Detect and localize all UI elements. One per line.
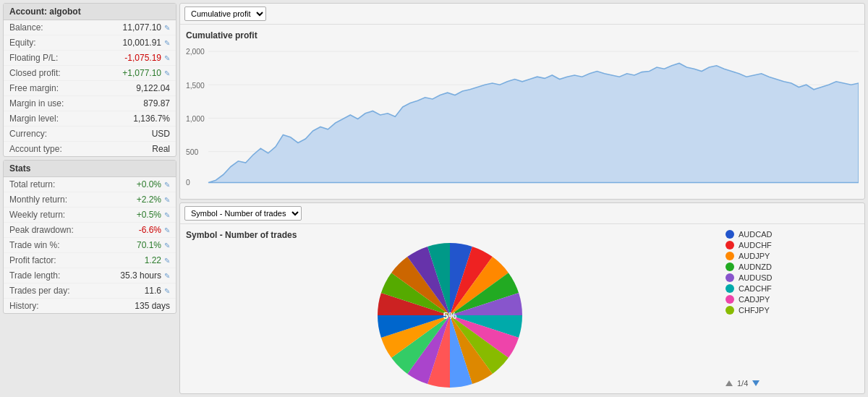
bottom-chart-dropdown[interactable]: Symbol - Number of tradesSymbol - Profit… bbox=[184, 206, 302, 221]
edit-icon[interactable]: ✎ bbox=[164, 211, 170, 219]
legend-item: CHFJPY bbox=[726, 306, 859, 315]
account-row: Currency:USD bbox=[4, 127, 176, 142]
row-value: +1,077.10✎ bbox=[122, 68, 170, 78]
row-label: Balance: bbox=[9, 22, 43, 33]
legend-label: AUDUSD bbox=[739, 273, 772, 282]
edit-icon[interactable]: ✎ bbox=[164, 272, 170, 280]
row-label: History: bbox=[9, 301, 39, 311]
row-label: Currency: bbox=[9, 129, 47, 139]
row-label: Peak drawdown: bbox=[9, 225, 74, 235]
row-label: Free margin: bbox=[9, 83, 59, 93]
row-label: Equity: bbox=[9, 38, 36, 48]
cumulative-chart: 2,000 1,500 1,000 500 0 bbox=[186, 43, 859, 195]
pie-area: Symbol - Number of trades bbox=[180, 224, 720, 393]
row-label: Closed profit: bbox=[9, 68, 61, 78]
edit-icon[interactable]: ✎ bbox=[164, 39, 170, 47]
stats-title: Stats bbox=[4, 161, 176, 177]
row-value: 35.3 hours✎ bbox=[120, 270, 170, 281]
row-value: -1,075.19✎ bbox=[124, 53, 170, 63]
account-row: Balance:11,077.10✎ bbox=[4, 20, 176, 35]
legend-label: CADCHF bbox=[739, 284, 772, 293]
legend-items: AUDCADAUDCHFAUDJPYAUDNZDAUDUSDCADCHFCADJ… bbox=[726, 230, 859, 315]
page-prev-arrow[interactable] bbox=[726, 380, 733, 386]
row-label: Total return: bbox=[9, 179, 55, 189]
edit-icon[interactable]: ✎ bbox=[164, 24, 170, 32]
page-next-arrow[interactable] bbox=[752, 380, 760, 386]
svg-text:1,500: 1,500 bbox=[186, 80, 205, 89]
row-value: 11,077.10✎ bbox=[123, 22, 170, 33]
svg-text:500: 500 bbox=[186, 148, 198, 156]
pie-wrapper: 5% bbox=[186, 243, 714, 388]
legend-item: CADCHF bbox=[726, 284, 859, 293]
svg-text:5%: 5% bbox=[443, 310, 457, 321]
row-value: +0.0%✎ bbox=[137, 179, 170, 189]
row-value: 135 days bbox=[135, 301, 170, 311]
stats-row: Peak drawdown:-6.6%✎ bbox=[4, 223, 176, 238]
edit-icon[interactable]: ✎ bbox=[164, 257, 170, 265]
row-label: Trades per day: bbox=[9, 286, 70, 296]
legend-item: AUDNZD bbox=[726, 262, 859, 271]
row-label: Weekly return: bbox=[9, 210, 65, 220]
row-value: 1.22✎ bbox=[145, 255, 170, 265]
legend-color bbox=[726, 241, 734, 249]
account-row: Margin level:1,136.7% bbox=[4, 111, 176, 127]
legend-label: CHFJPY bbox=[739, 306, 770, 315]
row-value: 9,122.04 bbox=[136, 83, 170, 93]
svg-text:1,000: 1,000 bbox=[186, 114, 205, 122]
svg-text:2,000: 2,000 bbox=[186, 47, 205, 56]
row-label: Trade win %: bbox=[9, 240, 60, 250]
pagination: 1/4 bbox=[726, 379, 859, 388]
legend-area: AUDCADAUDCHFAUDJPYAUDNZDAUDUSDCADCHFCADJ… bbox=[720, 224, 864, 393]
bottom-chart-section: Symbol - Number of tradesSymbol - Profit… bbox=[179, 202, 865, 394]
top-chart-title: Cumulative profit bbox=[186, 30, 859, 40]
row-label: Margin level: bbox=[9, 114, 59, 124]
legend-color bbox=[726, 295, 734, 304]
legend-item: CADJPY bbox=[726, 295, 859, 304]
row-label: Floating P/L: bbox=[9, 53, 58, 63]
legend-label: AUDCHF bbox=[739, 241, 772, 249]
account-row: Margin in use:879.87 bbox=[4, 96, 176, 111]
row-label: Margin in use: bbox=[9, 98, 64, 108]
legend-color bbox=[726, 252, 734, 260]
top-chart-header: Cumulative profitDaily profitMonthly pro… bbox=[180, 4, 864, 25]
stats-row: Weekly return:+0.5%✎ bbox=[4, 208, 176, 223]
edit-icon[interactable]: ✎ bbox=[164, 226, 170, 234]
legend-item: AUDCAD bbox=[726, 230, 859, 239]
legend-color bbox=[726, 230, 734, 239]
legend-color bbox=[726, 262, 734, 271]
legend-item: AUDCHF bbox=[726, 241, 859, 249]
stats-row: Trade length:35.3 hours✎ bbox=[4, 268, 176, 283]
row-value: +0.5%✎ bbox=[137, 210, 170, 220]
row-value: 70.1%✎ bbox=[137, 240, 170, 250]
bottom-chart-header: Symbol - Number of tradesSymbol - Profit… bbox=[180, 203, 864, 224]
account-row: Equity:10,001.91✎ bbox=[4, 35, 176, 51]
edit-icon[interactable]: ✎ bbox=[164, 69, 170, 77]
edit-icon[interactable]: ✎ bbox=[164, 54, 170, 62]
legend-item: AUDUSD bbox=[726, 273, 859, 282]
legend-label: CADJPY bbox=[739, 295, 770, 304]
row-value: -6.6%✎ bbox=[139, 225, 170, 235]
stats-panel: Stats Total return:+0.0%✎Monthly return:… bbox=[3, 160, 176, 314]
row-value: +2.2%✎ bbox=[137, 195, 170, 205]
pie-chart: 5% bbox=[378, 243, 522, 388]
row-value: 11.6✎ bbox=[145, 286, 170, 296]
stats-row: Monthly return:+2.2%✎ bbox=[4, 192, 176, 208]
edit-icon[interactable]: ✎ bbox=[164, 181, 170, 189]
stats-row: Trade win %:70.1%✎ bbox=[4, 238, 176, 253]
account-row: Account type:Real bbox=[4, 142, 176, 156]
row-value: 879.87 bbox=[143, 98, 170, 108]
legend-color bbox=[726, 284, 734, 293]
top-chart-dropdown[interactable]: Cumulative profitDaily profitMonthly pro… bbox=[184, 7, 266, 21]
top-chart-section: Cumulative profitDaily profitMonthly pro… bbox=[179, 3, 865, 200]
legend-color bbox=[726, 306, 734, 315]
bottom-chart-title: Symbol - Number of trades bbox=[186, 230, 714, 240]
edit-icon[interactable]: ✎ bbox=[164, 242, 170, 249]
legend-label: AUDNZD bbox=[739, 262, 772, 271]
row-value: USD bbox=[152, 129, 170, 139]
edit-icon[interactable]: ✎ bbox=[164, 287, 170, 295]
legend-label: AUDJPY bbox=[739, 252, 770, 260]
account-row: Floating P/L:-1,075.19✎ bbox=[4, 51, 176, 66]
legend-color bbox=[726, 273, 734, 282]
edit-icon[interactable]: ✎ bbox=[164, 196, 170, 204]
page-number: 1/4 bbox=[737, 379, 748, 388]
